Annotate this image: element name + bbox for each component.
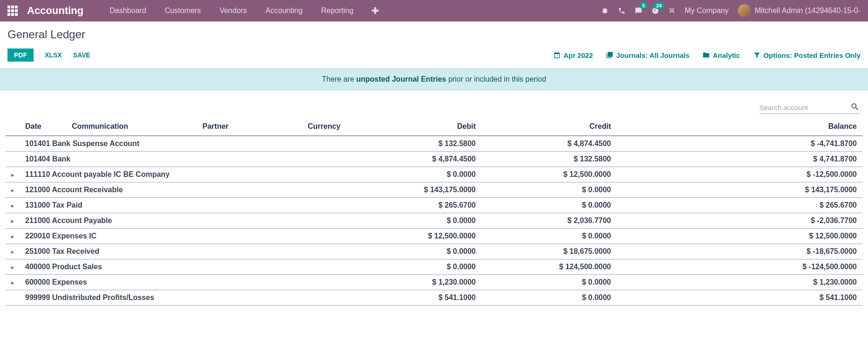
table-row[interactable]: ▸251000 Tax Received$ 0.0000$ 18,675.000…	[6, 244, 862, 259]
filter-analytic[interactable]: Analytic	[702, 51, 740, 59]
table-row[interactable]: ▸131000 Tax Paid$ 265.6700$ 0.0000$ 265.…	[6, 198, 862, 213]
toolbar: PDF XLSX SAVE Apr 2022 Journals: All Jou…	[0, 46, 868, 68]
cell-debit: $ 1,230.0000	[346, 275, 481, 290]
col-currency[interactable]: Currency	[271, 118, 346, 136]
add-menu-icon[interactable]: ✚	[363, 0, 388, 21]
user-menu[interactable]: Mitchell Admin (14294640-15-0-	[738, 4, 861, 17]
cell-credit: $ 0.0000	[481, 290, 617, 306]
apps-icon[interactable]	[7, 6, 18, 16]
table-row[interactable]: ▸121000 Account Receivable$ 143,175.0000…	[6, 182, 862, 198]
search-icon[interactable]	[850, 102, 860, 113]
expand-cell[interactable]: ▸	[6, 244, 20, 259]
filter-icon	[753, 51, 761, 59]
cell-balance: $ 541.1000	[617, 290, 862, 306]
account-name[interactable]: 220010 Expenses IC	[20, 229, 346, 244]
caret-right-icon[interactable]: ▸	[11, 187, 14, 194]
bug-icon[interactable]	[601, 6, 609, 16]
table-row[interactable]: 101404 Bank$ 4,874.4500$ 132.5800$ 4,741…	[6, 152, 862, 167]
expand-cell[interactable]: ▸	[6, 213, 20, 229]
cell-balance: $ 265.6700	[617, 198, 862, 213]
col-balance[interactable]: Balance	[617, 118, 862, 136]
account-name[interactable]: 600000 Expenses	[20, 275, 346, 290]
col-communication[interactable]: Communication	[66, 118, 197, 136]
caret-right-icon[interactable]: ▸	[11, 172, 14, 178]
activities-icon[interactable]: 24	[652, 6, 659, 16]
cell-credit: $ 18,675.0000	[481, 244, 617, 259]
expand-cell[interactable]: ▸	[6, 198, 20, 213]
company-selector[interactable]: My Company	[685, 7, 729, 15]
account-name[interactable]: 101404 Bank	[20, 152, 346, 167]
banner-strong: unposted Journal Entries	[356, 75, 446, 83]
table-row[interactable]: ▸111110 Account payable IC BE Company$ 0…	[6, 167, 862, 182]
search-input[interactable]	[759, 102, 850, 113]
account-name[interactable]: 211000 Account Payable	[20, 213, 346, 229]
activities-badge: 24	[653, 2, 665, 9]
expand-cell	[6, 290, 20, 306]
table-row[interactable]: 999999 Undistributed Profits/Losses$ 541…	[6, 290, 862, 306]
caret-right-icon[interactable]: ▸	[11, 233, 14, 240]
info-banner[interactable]: There are unposted Journal Entries prior…	[0, 68, 868, 91]
cell-debit: $ 0.0000	[346, 167, 481, 182]
col-debit[interactable]: Debit	[346, 118, 481, 136]
nav-dashboard[interactable]: Dashboard	[100, 0, 155, 21]
table-row[interactable]: ▸220010 Expenses IC$ 12,500.0000$ 0.0000…	[6, 229, 862, 244]
account-name[interactable]: 400000 Product Sales	[20, 259, 346, 275]
cell-balance: $ -2,036.7700	[617, 213, 862, 229]
account-name[interactable]: 131000 Tax Paid	[20, 198, 346, 213]
col-date[interactable]: Date	[20, 118, 66, 136]
filter-journals[interactable]: Journals: All Journals	[606, 51, 689, 59]
cell-balance: $ -124,500.0000	[617, 259, 862, 275]
expand-cell[interactable]: ▸	[6, 275, 20, 290]
filter-options-label: Options: Posted Entries Only	[764, 51, 861, 59]
banner-post: prior or included in this period	[446, 75, 546, 83]
cell-credit: $ 124,500.0000	[481, 259, 617, 275]
caret-right-icon[interactable]: ▸	[11, 249, 14, 255]
xlsx-button[interactable]: XLSX	[45, 51, 62, 59]
tools-icon[interactable]: ✖	[668, 6, 675, 16]
caret-right-icon[interactable]: ▸	[11, 218, 14, 224]
filter-date-label: Apr 2022	[563, 51, 593, 59]
cell-debit: $ 143,175.0000	[346, 182, 481, 198]
messaging-badge: 5	[639, 2, 648, 9]
table-row[interactable]: ▸211000 Account Payable$ 0.0000$ 2,036.7…	[6, 213, 862, 229]
account-name[interactable]: 121000 Account Receivable	[20, 182, 346, 198]
expand-cell[interactable]: ▸	[6, 182, 20, 198]
table-row[interactable]: ▸600000 Expenses$ 1,230.0000$ 0.0000$ 1,…	[6, 275, 862, 290]
filter-options[interactable]: Options: Posted Entries Only	[753, 51, 861, 59]
expand-cell[interactable]: ▸	[6, 259, 20, 275]
messaging-icon[interactable]: 5	[635, 6, 642, 16]
pdf-button[interactable]: PDF	[7, 49, 34, 62]
nav-vendors[interactable]: Vendors	[210, 0, 257, 21]
cell-credit: $ 4,874.4500	[481, 136, 617, 152]
caret-right-icon[interactable]: ▸	[11, 264, 14, 271]
table-row[interactable]: 101401 Bank Suspense Account$ 132.5800$ …	[6, 136, 862, 152]
nav-reporting[interactable]: Reporting	[312, 0, 363, 21]
expand-cell[interactable]: ▸	[6, 167, 20, 182]
col-partner[interactable]: Partner	[197, 118, 271, 136]
cell-balance: $ -18,675.0000	[617, 244, 862, 259]
filter-date[interactable]: Apr 2022	[553, 51, 593, 59]
expand-cell	[6, 136, 20, 152]
account-name[interactable]: 251000 Tax Received	[20, 244, 346, 259]
table-row[interactable]: ▸400000 Product Sales$ 0.0000$ 124,500.0…	[6, 259, 862, 275]
page-header: General Ledger	[0, 21, 868, 46]
col-credit[interactable]: Credit	[481, 118, 617, 136]
save-button[interactable]: SAVE	[73, 51, 90, 59]
cell-credit: $ 0.0000	[481, 275, 617, 290]
account-name[interactable]: 999999 Undistributed Profits/Losses	[20, 290, 346, 306]
book-icon	[606, 51, 613, 59]
expand-cell[interactable]: ▸	[6, 229, 20, 244]
caret-right-icon[interactable]: ▸	[11, 202, 14, 209]
phone-icon[interactable]	[618, 6, 625, 16]
cell-credit: $ 0.0000	[481, 198, 617, 213]
account-name[interactable]: 111110 Account payable IC BE Company	[20, 167, 346, 182]
cell-balance: $ -4,741.8700	[617, 136, 862, 152]
caret-right-icon[interactable]: ▸	[11, 279, 14, 286]
account-name[interactable]: 101401 Bank Suspense Account	[20, 136, 346, 152]
nav-accounting[interactable]: Accounting	[256, 0, 312, 21]
cell-credit: $ 12,500.0000	[481, 167, 617, 182]
cell-debit: $ 541.1000	[346, 290, 481, 306]
nav-customers[interactable]: Customers	[155, 0, 210, 21]
brand[interactable]: Accounting	[27, 5, 83, 17]
cell-credit: $ 0.0000	[481, 182, 617, 198]
